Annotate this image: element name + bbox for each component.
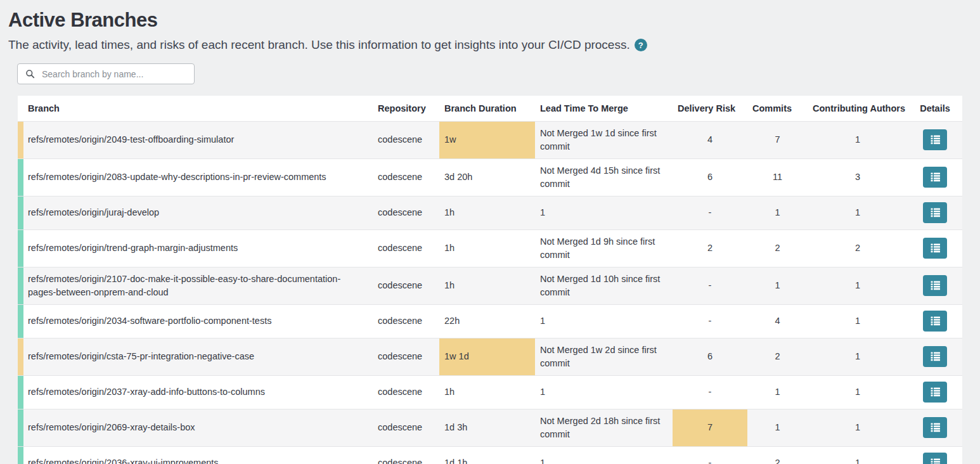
details-button[interactable] xyxy=(923,129,947,150)
authors-cell: 1 xyxy=(808,267,908,304)
details-button[interactable] xyxy=(923,453,947,464)
details-cell xyxy=(908,229,962,267)
commits-cell: 2 xyxy=(747,338,808,375)
column-header-branch-duration: Branch Duration xyxy=(439,96,535,121)
table-row: refs/remotes/origin/2069-xray-details-bo… xyxy=(18,409,962,446)
commits-cell: 11 xyxy=(747,158,808,196)
table-row: refs/remotes/origin/2107-doc-make-it-pos… xyxy=(18,267,962,304)
branches-table-container: Branch Repository Branch Duration Lead T… xyxy=(18,96,962,464)
delivery-risk-cell: - xyxy=(673,196,747,229)
lead-time-cell: Not Merged 2d 18h since first commit xyxy=(535,409,673,446)
table-row: refs/remotes/origin/trend-graph-margin-a… xyxy=(18,229,962,267)
authors-cell: 2 xyxy=(808,229,908,267)
lead-time-cell: Not Merged 1d 10h since first commit xyxy=(535,267,673,304)
lead-time-cell: Not Merged 1d 9h since first commit xyxy=(535,229,673,267)
details-button[interactable] xyxy=(923,417,947,438)
table-row: refs/remotes/origin/2083-update-why-desc… xyxy=(18,158,962,196)
details-cell xyxy=(908,196,962,229)
authors-cell: 1 xyxy=(808,121,908,158)
details-button[interactable] xyxy=(923,202,947,223)
search-icon xyxy=(25,69,35,79)
lead-time-cell: Not Merged 1w 2d since first commit xyxy=(535,338,673,375)
details-cell xyxy=(908,375,962,409)
list-icon xyxy=(930,458,941,464)
lead-time-cell: 1 xyxy=(535,375,673,409)
authors-cell: 3 xyxy=(808,158,908,196)
branch-cell: refs/remotes/origin/2107-doc-make-it-pos… xyxy=(23,267,373,304)
branch-cell: refs/remotes/origin/csta-75-pr-integrati… xyxy=(23,338,373,375)
branch-duration-cell: 1h xyxy=(439,267,535,304)
branch-cell: refs/remotes/origin/2069-xray-details-bo… xyxy=(23,409,373,446)
risk-indicator xyxy=(18,375,23,409)
commits-cell: 7 xyxy=(747,121,808,158)
details-button[interactable] xyxy=(923,382,947,403)
commits-cell: 1 xyxy=(747,375,808,409)
risk-indicator xyxy=(18,338,23,375)
lead-time-cell: Not Merged 4d 15h since first commit xyxy=(535,158,673,196)
indicator-header xyxy=(18,96,23,121)
delivery-risk-cell: - xyxy=(673,267,747,304)
repository-cell: codescene xyxy=(373,229,439,267)
details-button[interactable] xyxy=(923,238,947,259)
commits-cell: 1 xyxy=(747,196,808,229)
delivery-risk-cell: - xyxy=(673,446,747,464)
authors-cell: 1 xyxy=(808,409,908,446)
repository-cell: codescene xyxy=(373,304,439,338)
column-header-contributing-authors: Contributing Authors xyxy=(808,96,908,121)
risk-indicator xyxy=(18,409,23,446)
list-icon xyxy=(930,352,941,361)
authors-cell: 1 xyxy=(808,446,908,464)
delivery-risk-cell: 4 xyxy=(673,121,747,158)
commits-cell: 4 xyxy=(747,304,808,338)
table-row: refs/remotes/origin/2036-xray-ui-improve… xyxy=(18,446,962,464)
repository-cell: codescene xyxy=(373,409,439,446)
branch-cell: refs/remotes/origin/2049-test-offboardin… xyxy=(23,121,373,158)
repository-cell: codescene xyxy=(373,158,439,196)
help-icon[interactable]: ? xyxy=(635,39,647,51)
page-subtitle: The activity, lead times, and risks of e… xyxy=(8,38,980,52)
repository-cell: codescene xyxy=(373,121,439,158)
subtitle-text: The activity, lead times, and risks of e… xyxy=(8,38,630,52)
column-header-lead-time: Lead Time To Merge xyxy=(535,96,673,121)
commits-cell: 1 xyxy=(747,267,808,304)
details-button[interactable] xyxy=(923,311,947,332)
branch-cell: refs/remotes/origin/2034-software-portfo… xyxy=(23,304,373,338)
branch-duration-cell: 22h xyxy=(439,304,535,338)
branch-duration-cell: 1w 1d xyxy=(439,338,535,375)
repository-cell: codescene xyxy=(373,267,439,304)
table-header-row: Branch Repository Branch Duration Lead T… xyxy=(18,96,962,121)
branch-cell: refs/remotes/origin/2036-xray-ui-improve… xyxy=(23,446,373,464)
search-box xyxy=(17,63,195,84)
page-title: Active Branches xyxy=(8,9,980,32)
commits-cell: 2 xyxy=(747,446,808,464)
risk-indicator xyxy=(18,229,23,267)
search-input[interactable] xyxy=(41,68,189,80)
details-cell xyxy=(908,338,962,375)
list-icon xyxy=(930,281,941,290)
details-button[interactable] xyxy=(923,167,947,188)
active-branches-page: Active Branches The activity, lead times… xyxy=(0,9,980,464)
authors-cell: 1 xyxy=(808,304,908,338)
details-cell xyxy=(908,409,962,446)
risk-indicator xyxy=(18,158,23,196)
branch-cell: refs/remotes/origin/2037-xray-add-info-b… xyxy=(23,375,373,409)
branch-duration-cell: 1w xyxy=(439,121,535,158)
details-button[interactable] xyxy=(923,346,947,367)
repository-cell: codescene xyxy=(373,196,439,229)
repository-cell: codescene xyxy=(373,338,439,375)
column-header-commits: Commits xyxy=(747,96,808,121)
commits-cell: 1 xyxy=(747,409,808,446)
delivery-risk-cell: 7 xyxy=(673,409,747,446)
details-cell xyxy=(908,446,962,464)
details-button[interactable] xyxy=(923,275,947,296)
lead-time-cell: 1 xyxy=(535,304,673,338)
table-row: refs/remotes/origin/csta-75-pr-integrati… xyxy=(18,338,962,375)
lead-time-cell: 1 xyxy=(535,446,673,464)
column-header-repository: Repository xyxy=(373,96,439,121)
branch-cell: refs/remotes/origin/juraj-develop xyxy=(23,196,373,229)
delivery-risk-cell: - xyxy=(673,304,747,338)
authors-cell: 1 xyxy=(808,375,908,409)
details-cell xyxy=(908,304,962,338)
list-icon xyxy=(930,423,941,432)
lead-time-cell: Not Merged 1w 1d since first commit xyxy=(535,121,673,158)
